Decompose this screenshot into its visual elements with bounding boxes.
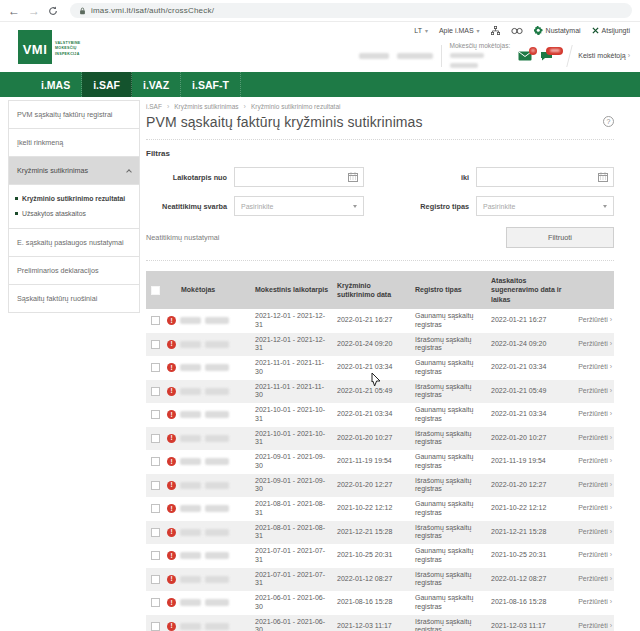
- row-checkbox[interactable]: [146, 528, 164, 537]
- view-link[interactable]: Peržiūrėti ›: [578, 622, 612, 629]
- settings-link[interactable]: Nustatymai: [534, 26, 581, 35]
- cell-period: 2021-12-01 - 2021-12-31: [252, 336, 334, 354]
- chevron-right-icon: ›: [610, 410, 612, 417]
- link-icon[interactable]: [511, 27, 523, 35]
- language-select[interactable]: LT ▾: [414, 27, 428, 34]
- payer-name-redacted: [180, 529, 201, 536]
- sidebar-item[interactable]: Kryžminis sutikrinimas: [8, 157, 140, 185]
- cell-registry-type: Gaunamų sąskaitų registras: [412, 500, 488, 518]
- vmi-logo-mark: VMI: [18, 30, 52, 64]
- view-link[interactable]: Peržiūrėti ›: [578, 528, 612, 535]
- view-link[interactable]: Peržiūrėti ›: [578, 598, 612, 605]
- error-badge-icon: !: [167, 598, 176, 607]
- view-link[interactable]: Peržiūrėti ›: [578, 316, 612, 323]
- row-checkbox[interactable]: [146, 410, 164, 419]
- cell-check-date: 2022-01-12 08:27: [334, 575, 412, 584]
- sidebar-item[interactable]: PVM sąskaitų faktūrų registrai: [8, 100, 140, 129]
- nav-tab-ivaz[interactable]: i.VAZ: [132, 72, 181, 97]
- chevron-right-icon: ›: [610, 528, 612, 535]
- registry-type-select[interactable]: Pasirinkite: [476, 196, 614, 216]
- breadcrumb-item[interactable]: Kryžminis sutikrinimas: [174, 103, 238, 110]
- gear-icon: [534, 26, 543, 35]
- help-icon[interactable]: ?: [603, 116, 614, 127]
- registry-select-value: Pasirinkite: [483, 203, 515, 210]
- table-row: !2021-10-01 - 2021-10-312022-01-21 03:34…: [146, 403, 614, 427]
- sidebar-item[interactable]: E. sąskaitų paslaugos nustatymai: [8, 229, 140, 257]
- mismatch-settings-link[interactable]: Neatitikimų nustatymai: [146, 233, 219, 242]
- date-from-label: Laikotarpis nuo: [146, 173, 234, 182]
- row-checkbox[interactable]: [146, 387, 164, 396]
- row-checkbox[interactable]: [146, 575, 164, 584]
- forward-icon[interactable]: →: [28, 5, 40, 17]
- row-checkbox[interactable]: [146, 434, 164, 443]
- view-link[interactable]: Peržiūrėti ›: [578, 551, 612, 558]
- cell-check-date: 2022-01-20 10:27: [334, 434, 412, 443]
- sidebar-item[interactable]: Sąskaitų faktūrų ruošiniai: [8, 285, 140, 313]
- filter-button[interactable]: Filtruoti: [506, 227, 614, 248]
- row-checkbox[interactable]: [146, 551, 164, 560]
- table-row: !2021-10-01 - 2021-10-312022-01-20 10:27…: [146, 427, 614, 451]
- cell-period: 2021-11-01 - 2021-11-30: [252, 359, 334, 377]
- nav-tab-imas[interactable]: i.MAS: [30, 72, 82, 97]
- cell-registry-type: Išrašomų sąskaitų registras: [412, 618, 488, 631]
- payer-name-redacted: [205, 341, 229, 348]
- error-badge-icon: !: [167, 551, 176, 560]
- registry-type-label: Registro tipas: [364, 202, 476, 211]
- divider: [441, 45, 442, 67]
- payer-name-redacted: [180, 364, 201, 371]
- url-text: imas.vmi.lt/isaf/auth/crossCheck/: [91, 6, 214, 15]
- row-checkbox[interactable]: [146, 340, 164, 349]
- logout-link[interactable]: Atsijungti: [592, 27, 630, 34]
- divider: [146, 139, 614, 140]
- view-link[interactable]: Peržiūrėti ›: [578, 434, 612, 441]
- table-row: !2021-08-01 - 2021-08-312021-10-22 12:12…: [146, 497, 614, 521]
- chevron-right-icon: ›: [610, 387, 612, 394]
- row-checkbox[interactable]: [146, 622, 164, 631]
- nav-tab-isaf[interactable]: i.SAF: [82, 72, 132, 97]
- breadcrumb-item[interactable]: i.SAF: [146, 103, 162, 110]
- view-link[interactable]: Peržiūrėti ›: [578, 387, 612, 394]
- row-checkbox[interactable]: [146, 598, 164, 607]
- cell-period: 2021-08-01 - 2021-08-31: [252, 524, 334, 542]
- row-checkbox[interactable]: [146, 481, 164, 490]
- utility-menu: LT ▾ Apie i.MAS ▾ Nustatymai: [340, 26, 630, 35]
- nav-tab-isaf-t[interactable]: i.SAF-T: [181, 72, 241, 97]
- row-checkbox[interactable]: [146, 457, 164, 466]
- sidebar-item[interactable]: Preliminarios deklaracijos: [8, 257, 140, 285]
- cell-generated-date: 2021-10-22 12:12: [488, 504, 566, 513]
- sidebar-subitem[interactable]: Užsakytos ataskaitos: [15, 206, 133, 221]
- breadcrumb-item[interactable]: Kryžminio sutikrinimo rezultatai: [251, 103, 341, 110]
- sidebar-item[interactable]: Įkelti rinkmeną: [8, 129, 140, 157]
- messages-button[interactable]: [518, 51, 532, 61]
- back-icon[interactable]: ←: [8, 5, 20, 17]
- payer-name-redacted: [205, 435, 229, 442]
- table-row: !2021-08-01 - 2021-08-312021-12-21 15:28…: [146, 521, 614, 545]
- date-from-input[interactable]: [234, 167, 364, 187]
- view-link[interactable]: Peržiūrėti ›: [578, 340, 612, 347]
- reload-icon[interactable]: [48, 6, 58, 16]
- sidebar-subitem[interactable]: Kryžminio sutikrinimo rezultatai: [15, 191, 133, 206]
- row-checkbox[interactable]: [146, 504, 164, 513]
- change-payer-link[interactable]: Keisti mokėtoją ›: [578, 52, 630, 59]
- row-checkbox[interactable]: [146, 316, 164, 325]
- alerts-button[interactable]: [540, 51, 553, 61]
- view-link[interactable]: Peržiūrėti ›: [578, 363, 612, 370]
- date-to-input[interactable]: [476, 167, 614, 187]
- cell-generated-date: 2022-01-21 16:27: [488, 316, 566, 325]
- view-link[interactable]: Peržiūrėti ›: [578, 575, 612, 582]
- chevron-down-icon: [353, 205, 357, 208]
- payer-name-redacted: [205, 505, 229, 512]
- view-link[interactable]: Peržiūrėti ›: [578, 410, 612, 417]
- vmi-logo[interactable]: VMI VALSTYBINĖ MOKESČIŲ INSPEKCIJA: [18, 30, 81, 68]
- payer-name-redacted: [180, 552, 201, 559]
- lock-icon: [79, 7, 86, 15]
- view-link[interactable]: Peržiūrėti ›: [578, 504, 612, 511]
- address-bar[interactable]: imas.vmi.lt/isaf/auth/crossCheck/: [70, 3, 632, 18]
- select-all-checkbox[interactable]: [146, 286, 164, 295]
- severity-select[interactable]: Pasirinkite: [234, 196, 364, 216]
- about-imas-menu[interactable]: Apie i.MAS ▾: [439, 27, 480, 34]
- sitemap-icon[interactable]: [491, 26, 500, 35]
- view-link[interactable]: Peržiūrėti ›: [578, 481, 612, 488]
- row-checkbox[interactable]: [146, 363, 164, 372]
- view-link[interactable]: Peržiūrėti ›: [578, 457, 612, 464]
